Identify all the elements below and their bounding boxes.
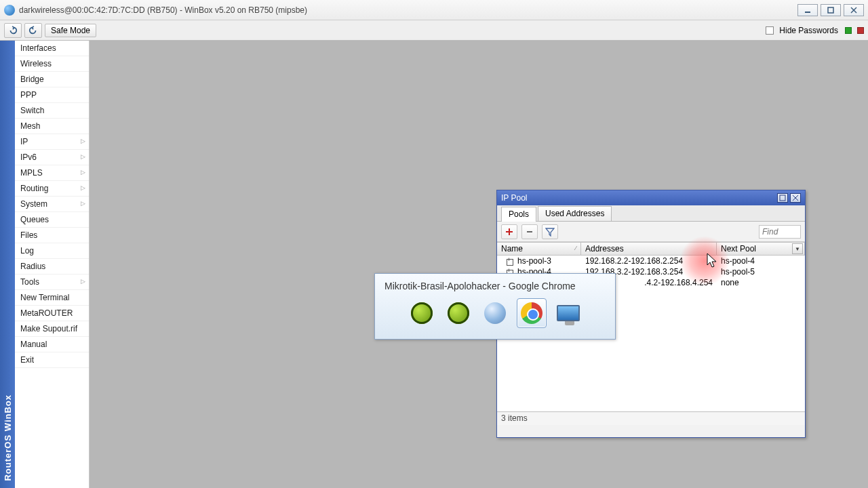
utorrent-icon: [448, 302, 469, 324]
tab-used-addresses[interactable]: Used Addresses: [538, 206, 612, 221]
ip-pool-title: IP Pool: [501, 193, 527, 203]
sidebar-item-routing[interactable]: Routing▷: [15, 181, 89, 197]
sidebar-item-new-terminal[interactable]: New Terminal: [15, 290, 89, 306]
submenu-arrow-icon: ▷: [81, 169, 85, 176]
svg-rect-4: [780, 195, 785, 201]
svg-marker-10: [546, 228, 554, 236]
remove-button[interactable]: [521, 224, 538, 239]
vertical-brand-bar: RouterOS WinBox: [0, 41, 15, 488]
sidebar-item-bridge[interactable]: Bridge: [15, 72, 89, 87]
task-icon-1[interactable]: [407, 298, 437, 328]
maximize-button[interactable]: [821, 4, 841, 16]
utorrent-icon: [411, 302, 433, 324]
task-icon-5[interactable]: [553, 298, 583, 328]
submenu-arrow-icon: ▷: [81, 153, 85, 160]
task-icon-4[interactable]: [517, 298, 547, 328]
minimize-button[interactable]: [797, 4, 818, 16]
redo-button[interactable]: [24, 23, 42, 38]
sidebar-item-metarouter[interactable]: MetaROUTER: [15, 306, 89, 321]
svg-rect-1: [828, 7, 833, 13]
task-icon-2[interactable]: [443, 298, 473, 328]
table-row[interactable]: hs-pool-3192.168.2.2-192.168.2.254hs-poo…: [497, 256, 805, 266]
alt-tab-title: Mikrotik-Brasil-Apolohacker - Google Chr…: [384, 281, 606, 291]
sidebar-item-queues[interactable]: Queues: [15, 212, 89, 228]
sidebar-item-make-supout-rif[interactable]: Make Supout.rif: [15, 321, 89, 337]
sidebar-item-radius[interactable]: Radius: [15, 259, 89, 274]
alt-tab-popup: Mikrotik-Brasil-Apolohacker - Google Chr…: [374, 273, 616, 340]
app-icon: [4, 5, 15, 16]
desktop-icon: [557, 305, 580, 321]
ip-pool-titlebar[interactable]: IP Pool: [497, 190, 805, 205]
sidebar-item-tools[interactable]: Tools▷: [15, 274, 89, 290]
status-dot-red: [857, 27, 864, 34]
filter-button[interactable]: [542, 224, 558, 239]
sidebar-item-ip[interactable]: IP▷: [15, 134, 89, 150]
sidebar-item-system[interactable]: System▷: [15, 197, 89, 212]
sidebar-item-files[interactable]: Files: [15, 228, 89, 243]
window-title: darkwireless@00:0C:42:7D:7C:DD (RB750) -…: [19, 5, 307, 15]
status-bar: 3 items: [497, 411, 805, 425]
column-dropdown-icon[interactable]: ▼: [792, 243, 803, 254]
sidebar-item-mesh[interactable]: Mesh: [15, 119, 89, 134]
submenu-arrow-icon: ▷: [81, 184, 85, 191]
sidebar-item-switch[interactable]: Switch: [15, 103, 89, 119]
sidebar-item-ppp[interactable]: PPP: [15, 87, 89, 103]
sidebar-menu: InterfacesWirelessBridgePPPSwitchMeshIP▷…: [15, 41, 90, 488]
col-name[interactable]: Name∕: [497, 243, 581, 255]
main-toolbar: Safe Mode Hide Passwords: [0, 20, 868, 41]
close-button[interactable]: [844, 4, 864, 16]
find-input[interactable]: [759, 225, 801, 239]
safe-mode-button[interactable]: Safe Mode: [45, 24, 96, 37]
sidebar-item-exit[interactable]: Exit: [15, 352, 89, 368]
add-button[interactable]: [501, 224, 517, 239]
sidebar-item-wireless[interactable]: Wireless: [15, 56, 89, 72]
sidebar-item-mpls[interactable]: MPLS▷: [15, 165, 89, 181]
col-addresses[interactable]: Addresses: [581, 243, 717, 255]
submenu-arrow-icon: ▷: [81, 138, 85, 144]
child-minimize-button[interactable]: [777, 193, 788, 203]
sidebar-item-log[interactable]: Log: [15, 243, 89, 259]
sidebar-item-manual[interactable]: Manual: [15, 337, 89, 352]
hide-passwords-label: Hide Passwords: [779, 26, 838, 35]
mdi-workspace: IP Pool Pools Used Addresses Name∕ Addre…: [90, 41, 868, 488]
status-dot-green: [845, 27, 852, 34]
col-next-pool[interactable]: Next Pool▼: [717, 243, 805, 255]
sidebar-item-ipv6[interactable]: IPv6▷: [15, 150, 89, 165]
hide-passwords-checkbox[interactable]: [766, 26, 774, 35]
submenu-arrow-icon: ▷: [81, 200, 85, 207]
task-icon-3[interactable]: [480, 298, 510, 328]
winbox-icon: [484, 302, 506, 324]
submenu-arrow-icon: ▷: [81, 278, 85, 285]
child-close-button[interactable]: [790, 193, 801, 203]
chrome-icon: [521, 302, 542, 324]
undo-button[interactable]: [4, 23, 22, 38]
window-titlebar: darkwireless@00:0C:42:7D:7C:DD (RB750) -…: [0, 0, 868, 20]
sidebar-item-interfaces[interactable]: Interfaces: [15, 41, 89, 56]
tab-pools[interactable]: Pools: [501, 207, 536, 222]
